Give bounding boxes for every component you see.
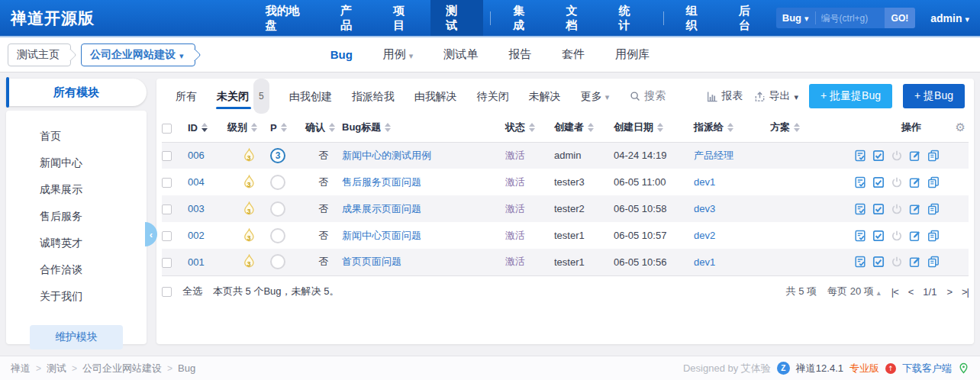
copy-bug-icon[interactable] (927, 230, 940, 242)
all-modules-header[interactable]: 所有模块 (6, 79, 147, 106)
module-item-jobs[interactable]: 诚聘英才 (6, 230, 147, 256)
row-checkbox[interactable] (162, 258, 172, 268)
sidebar-collapse-handle[interactable] (145, 222, 157, 246)
resolve-bug-icon[interactable] (872, 150, 885, 162)
tab-report[interactable]: 报告 (493, 47, 546, 62)
nav-item-org[interactable]: 组织 (671, 0, 724, 36)
module-item-service[interactable]: 售后服务 (6, 203, 147, 230)
gear-icon[interactable]: ⚙ (956, 121, 965, 134)
select-all-checkbox[interactable] (162, 287, 172, 297)
select-all-checkbox[interactable] (162, 124, 172, 134)
app-logo[interactable]: 禅道开源版 (11, 8, 250, 29)
confirm-bug-icon[interactable] (854, 150, 866, 162)
designed-by-label[interactable]: Designed by 艾体验 (683, 362, 771, 375)
edition-link[interactable]: 专业版 (849, 362, 879, 375)
first-page-button[interactable]: |< (891, 286, 898, 298)
module-item-home[interactable]: 首页 (6, 123, 147, 150)
filter-tab-more[interactable]: 更多 (571, 79, 620, 113)
confirm-bug-icon[interactable] (854, 256, 866, 268)
bug-title-link[interactable]: 成果展示页面问题 (342, 203, 421, 214)
next-page-button[interactable]: > (946, 286, 952, 298)
filter-tab-openedbyme[interactable]: 由我创建 (279, 79, 342, 113)
tab-case[interactable]: 用例 (368, 47, 429, 62)
resolve-bug-icon[interactable] (872, 230, 885, 242)
module-item-cooperation[interactable]: 合作洽谈 (6, 256, 147, 283)
breadcrumb-zentao[interactable]: 禅道 (11, 362, 31, 375)
module-item-about[interactable]: 关于我们 (6, 283, 147, 310)
nav-item-project[interactable]: 项目 (378, 0, 430, 36)
resolve-bug-icon[interactable] (872, 176, 885, 188)
edit-bug-icon[interactable] (909, 176, 921, 188)
filter-tab-unclosed[interactable]: 未关闭 5 (207, 79, 279, 114)
breadcrumb-bug[interactable]: Bug (178, 362, 195, 374)
module-item-news[interactable]: 新闻中心 (6, 150, 147, 176)
row-checkbox[interactable] (162, 178, 172, 188)
row-checkbox[interactable] (162, 151, 172, 161)
nav-item-test[interactable]: 测试 (430, 0, 483, 36)
search-toggle[interactable]: 搜索 (630, 89, 666, 103)
upgrade-icon[interactable] (885, 363, 896, 374)
tab-caselib[interactable]: 用例库 (600, 47, 665, 62)
column-header-assignee[interactable]: 指派给 (694, 121, 770, 134)
user-menu[interactable]: admin (930, 12, 969, 24)
select-all-label[interactable]: 全选 (182, 285, 202, 298)
tab-testtask[interactable]: 测试单 (428, 47, 493, 62)
column-header-confirmed[interactable]: 确认 (305, 121, 342, 134)
nav-item-my[interactable]: 我的地盘 (250, 0, 325, 36)
nav-item-stats[interactable]: 统计 (603, 0, 656, 36)
report-button[interactable]: 报表 (707, 89, 743, 103)
edit-bug-icon[interactable] (909, 230, 921, 242)
breadcrumb-test[interactable]: 测试 (47, 362, 66, 375)
copy-bug-icon[interactable] (927, 203, 940, 215)
search-type-select[interactable]: Bug (776, 12, 815, 24)
column-header-id[interactable]: ID (188, 122, 227, 134)
nav-item-admin-panel[interactable]: 后台 (724, 0, 776, 36)
row-checkbox[interactable] (162, 204, 172, 214)
edit-bug-icon[interactable] (909, 203, 921, 215)
confirm-bug-icon[interactable] (854, 230, 866, 242)
prev-page-button[interactable]: < (908, 286, 914, 298)
last-page-button[interactable]: >| (962, 286, 969, 298)
confirm-bug-icon[interactable] (854, 176, 866, 188)
nav-item-product[interactable]: 产品 (325, 0, 378, 36)
filter-tab-unresolved[interactable]: 未解决 (519, 79, 571, 113)
assignee-link[interactable]: dev1 (694, 256, 715, 268)
copy-bug-icon[interactable] (927, 176, 940, 188)
module-item-results[interactable]: 成果展示 (6, 176, 147, 203)
copy-bug-icon[interactable] (927, 256, 940, 268)
bug-title-link[interactable]: 售后服务页面问题 (342, 176, 421, 188)
column-header-solution[interactable]: 方案 (770, 121, 854, 134)
column-header-pri[interactable]: P (270, 122, 305, 134)
edit-bug-icon[interactable] (909, 256, 921, 268)
assignee-link[interactable]: 产品经理 (694, 150, 733, 161)
filter-tab-toclose[interactable]: 待关闭 (467, 79, 519, 113)
confirm-bug-icon[interactable] (854, 203, 866, 215)
filter-tab-all[interactable]: 所有 (166, 79, 207, 113)
test-home-tab[interactable]: 测试主页 (8, 43, 71, 66)
tab-bug[interactable]: Bug (315, 48, 368, 61)
breadcrumb-product[interactable]: 公司企业网站建设 (82, 362, 162, 375)
bug-title-link[interactable]: 新闻中心页面问题 (342, 230, 421, 241)
filter-tab-resolvedbyme[interactable]: 由我解决 (405, 79, 467, 113)
row-checkbox[interactable] (162, 231, 172, 241)
edit-bug-icon[interactable] (909, 150, 921, 162)
column-header-status[interactable]: 状态 (505, 121, 554, 134)
assignee-link[interactable]: dev3 (694, 203, 715, 214)
download-client-link[interactable]: 下载客户端 (902, 362, 952, 375)
copy-bug-icon[interactable] (927, 150, 940, 162)
assignee-link[interactable]: dev1 (694, 176, 715, 188)
resolve-bug-icon[interactable] (872, 203, 885, 215)
create-bug-button[interactable]: + 提Bug (903, 84, 965, 108)
column-header-creator[interactable]: 创建者 (554, 121, 614, 134)
filter-tab-assigntome[interactable]: 指派给我 (342, 79, 405, 113)
column-header-severity[interactable]: 级别 (227, 121, 270, 134)
column-header-title[interactable]: Bug标题 (342, 121, 505, 134)
per-page-select[interactable]: 每页 20 项 (827, 285, 881, 298)
export-button[interactable]: 导出 (754, 89, 799, 103)
bug-title-link[interactable]: 首页页面问题 (342, 256, 401, 267)
go-button[interactable]: GO! (885, 8, 916, 28)
column-header-created[interactable]: 创建日期 (614, 121, 694, 134)
nav-item-doc[interactable]: 文档 (550, 0, 603, 36)
product-switcher-tab[interactable]: 公司企业网站建设 (81, 43, 195, 66)
resolve-bug-icon[interactable] (872, 256, 885, 268)
